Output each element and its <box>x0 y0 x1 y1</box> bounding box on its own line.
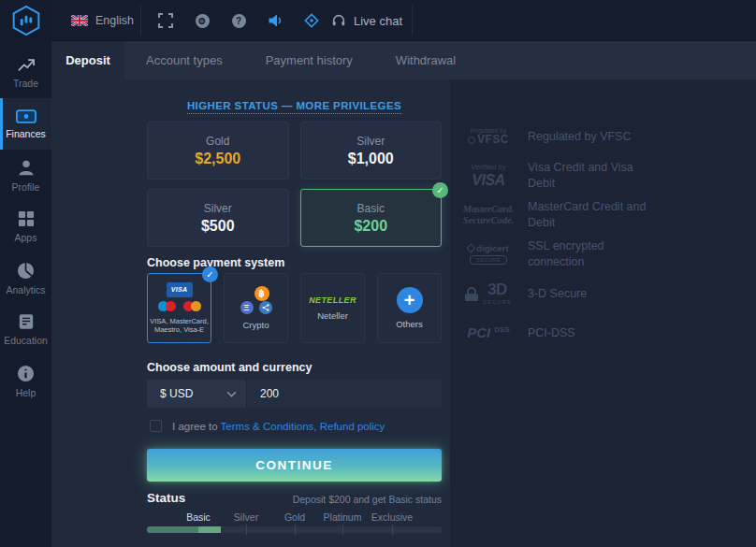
app-window: English ⚙ ? <box>0 0 756 547</box>
payment-tile-neteller[interactable]: NETELLER Neteller <box>300 273 365 343</box>
sidebar: Trade Finances Profile Apps <box>0 41 51 547</box>
status-progress-fill <box>147 526 221 533</box>
higher-status-link[interactable]: HIGHER STATUS — MORE PRIVILEGES <box>187 100 401 114</box>
level-platinum: Platinum <box>324 511 362 523</box>
progress-tick <box>246 525 247 535</box>
language-selector[interactable]: English <box>71 0 134 41</box>
sidebar-item-apps[interactable]: Apps <box>0 201 51 252</box>
top-bar: English ⚙ ? <box>0 0 756 41</box>
payment-tile-cards[interactable]: ✓ VISA VISA, MasterCard, Maestro, Visa-E <box>147 273 211 343</box>
badge-vfsc: Regulated by VFSC Regulated by VFSC <box>460 118 741 155</box>
hexagon-chart-logo-icon <box>11 5 41 36</box>
selected-check-icon: ✓ <box>202 266 218 282</box>
amount-input[interactable] <box>247 380 442 408</box>
sidebar-item-analytics[interactable]: Analytics <box>0 252 51 304</box>
currency-value: $ USD <box>160 387 193 400</box>
live-chat-label: Live chat <box>354 14 402 28</box>
headset-icon <box>331 13 346 28</box>
agree-checkbox[interactable] <box>150 420 162 432</box>
badge-verified-by-visa: Verified by VISA Visa Credit and Visa De… <box>460 157 741 194</box>
sidebar-item-help[interactable]: Help <box>0 355 51 407</box>
level-gold: Gold <box>284 511 305 523</box>
currency-select[interactable]: $ USD <box>147 380 247 408</box>
chevron-down-icon <box>226 391 237 397</box>
fullscreen-icon[interactable] <box>157 12 174 29</box>
tab-withdrawal[interactable]: Withdrawal <box>374 41 477 79</box>
status-card-basic[interactable]: ✓ Basic $200 <box>300 189 443 247</box>
status-card-silver-1000[interactable]: Silver $1,000 <box>300 122 443 180</box>
mastercard-securecode-logo: MasterCard. SecureCode. <box>460 204 516 225</box>
status-progress-bar <box>147 526 442 533</box>
badge-digicert-ssl: digicert SECURE SSL encrypted connection <box>460 236 741 273</box>
security-badges-panel: Regulated by VFSC Regulated by VFSC Veri… <box>450 79 756 547</box>
progress-tick <box>392 525 393 535</box>
book-icon <box>18 313 35 330</box>
neteller-logo: NETELLER <box>309 295 356 305</box>
status-title: Status <box>147 491 185 505</box>
level-exclusive: Exclusive <box>371 511 413 523</box>
person-icon <box>17 159 36 177</box>
3d-secure-logo: 3D SECURE <box>460 281 516 305</box>
badge-pci-dss: PCIDSS PCI-DSS <box>460 314 741 352</box>
level-basic: Basic <box>186 511 211 523</box>
topbar-divider <box>140 6 141 36</box>
uk-flag-icon <box>71 15 88 26</box>
pie-chart-icon <box>17 262 35 280</box>
badge-3d-secure: 3D SECURE 3-D Secure <box>460 275 741 312</box>
grid-icon <box>18 210 35 227</box>
sidebar-item-education[interactable]: Education <box>0 304 51 355</box>
deposit-panel: HIGHER STATUS — MORE PRIVILEGES Gold $2,… <box>51 79 450 547</box>
language-label: English <box>95 14 134 27</box>
finances-tab-bar: Deposit Account types Payment history Wi… <box>51 41 756 79</box>
info-icon <box>17 365 35 382</box>
crypto-coins-icon: ฿ Ξ <box>240 286 272 314</box>
status-hint: Deposit $200 and get Basic status <box>293 494 442 505</box>
payment-tile-others[interactable]: + Others <box>377 273 442 343</box>
status-card-gold[interactable]: Gold $2,500 <box>147 122 289 180</box>
live-chat-button[interactable]: Live chat <box>331 0 402 41</box>
sidebar-item-finances[interactable]: Finances <box>0 98 51 150</box>
sound-speaker-icon[interactable] <box>267 12 284 29</box>
card-circles-icon <box>158 301 201 311</box>
payment-system-heading: Choose payment system <box>147 256 284 269</box>
progress-tick <box>295 525 296 535</box>
plus-icon: + <box>397 287 423 313</box>
diamond-icon <box>467 244 476 253</box>
settings-gear-icon[interactable]: ⚙ <box>194 12 211 29</box>
agree-prefix: I agree to <box>172 421 218 432</box>
trend-up-icon <box>17 56 36 73</box>
target-crosshair-icon[interactable] <box>303 12 320 29</box>
selected-check-icon: ✓ <box>432 182 448 198</box>
status-card-silver-500[interactable]: Silver $500 <box>147 189 289 247</box>
progress-tick <box>342 525 343 535</box>
pci-dss-logo: PCIDSS <box>460 325 516 341</box>
padlock-icon <box>465 287 478 301</box>
vfsc-logo: Regulated by VFSC <box>460 127 516 146</box>
terms-refund-links[interactable]: Terms & Conditions, Refund policy <box>221 421 385 432</box>
tab-account-types[interactable]: Account types <box>124 41 244 79</box>
banknote-icon <box>16 109 36 123</box>
visa-card-icon: VISA <box>167 282 193 297</box>
platform-logo[interactable] <box>0 0 51 41</box>
topbar-divider <box>412 6 413 36</box>
sidebar-item-trade[interactable]: Trade <box>0 47 51 98</box>
tab-payment-history[interactable]: Payment history <box>244 41 374 79</box>
payment-method-grid: ✓ VISA VISA, MasterCard, Maestro, Visa-E… <box>147 273 442 343</box>
help-question-icon[interactable]: ? <box>230 12 247 29</box>
payment-tile-crypto[interactable]: ฿ Ξ Crypto <box>224 273 288 343</box>
digicert-logo: digicert SECURE <box>460 244 516 265</box>
verified-by-visa-logo: Verified by VISA <box>460 164 516 188</box>
ring-icon <box>468 137 475 144</box>
amount-currency-heading: Choose amount and currency <box>147 361 312 374</box>
status-card-grid: Gold $2,500 Silver $1,000 Silver $500 ✓ … <box>147 122 442 247</box>
continue-button[interactable]: CONTINUE <box>147 449 442 482</box>
sidebar-item-profile[interactable]: Profile <box>0 150 51 201</box>
badge-mastercard-securecode: MasterCard. SecureCode. MasterCard Credi… <box>460 196 741 234</box>
level-silver: Silver <box>234 511 258 523</box>
tab-deposit[interactable]: Deposit <box>51 41 124 79</box>
share-icon <box>259 301 272 314</box>
status-levels: Basic Silver Gold Platinum Exclusive <box>147 511 442 524</box>
